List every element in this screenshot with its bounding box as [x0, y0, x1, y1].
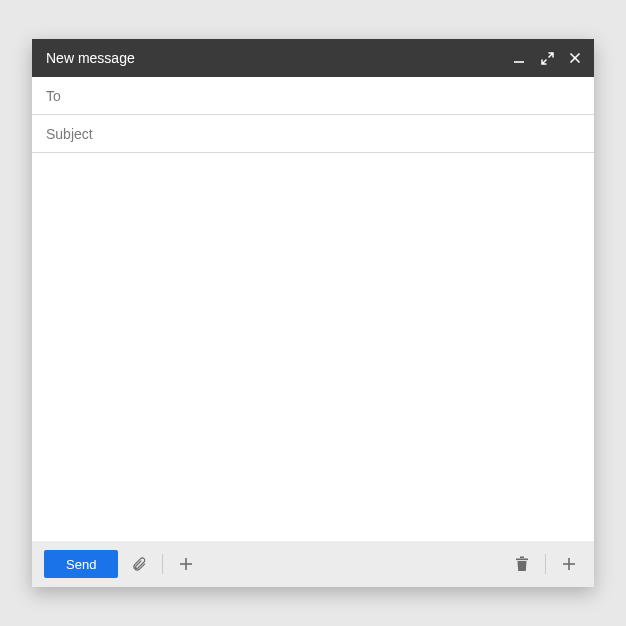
titlebar: New message [32, 39, 594, 77]
expand-button[interactable] [540, 51, 554, 65]
subject-input[interactable] [46, 126, 580, 142]
window-controls [512, 51, 582, 65]
insert-left-button[interactable] [173, 551, 199, 577]
toolbar-divider-right [545, 554, 546, 574]
plus-icon [179, 557, 193, 571]
trash-button[interactable] [509, 551, 535, 577]
svg-rect-6 [520, 557, 524, 559]
expand-icon [541, 52, 554, 65]
subject-row [32, 115, 594, 153]
close-icon [569, 52, 581, 64]
send-button[interactable]: Send [44, 550, 118, 578]
insert-right-button[interactable] [556, 551, 582, 577]
svg-rect-5 [516, 559, 528, 561]
compose-window: New message [32, 39, 594, 587]
body-area [32, 153, 594, 541]
body-input[interactable] [46, 163, 580, 531]
window-title: New message [46, 50, 512, 66]
paperclip-icon [131, 556, 147, 572]
close-button[interactable] [568, 51, 582, 65]
bottom-toolbar: Send [32, 541, 594, 587]
attach-button[interactable] [126, 551, 152, 577]
minimize-icon [513, 52, 525, 64]
minimize-button[interactable] [512, 51, 526, 65]
to-row [32, 77, 594, 115]
toolbar-divider [162, 554, 163, 574]
trash-icon [515, 556, 529, 572]
to-input[interactable] [46, 88, 580, 104]
plus-icon [562, 557, 576, 571]
